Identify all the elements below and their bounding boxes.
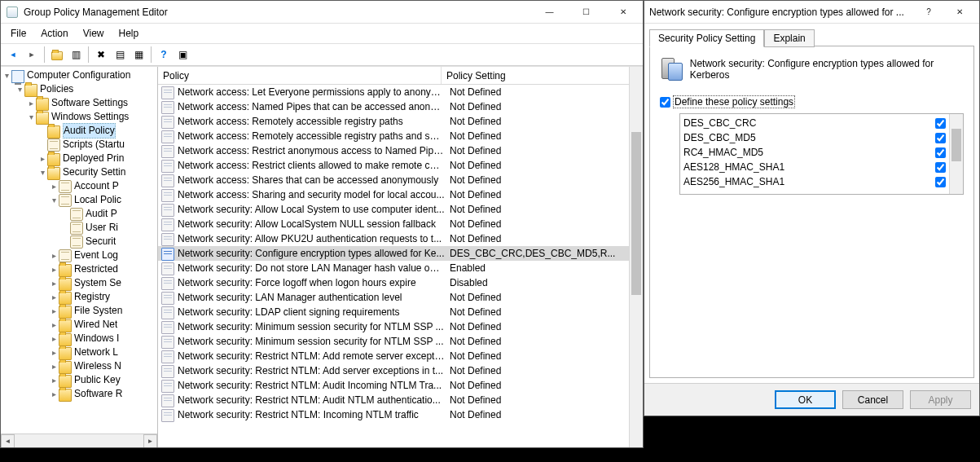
policy-row[interactable]: Network security: Configure encryption t… [158, 246, 643, 261]
menu-view[interactable]: View [77, 25, 111, 42]
menu-help[interactable]: Help [112, 25, 146, 42]
policy-dialog: Network security: Configure encryption t… [644, 0, 980, 416]
policy-name: Network security: Allow Local System to … [178, 204, 445, 215]
up-button[interactable] [48, 46, 66, 64]
help-button[interactable]: ? [155, 46, 173, 64]
tree-item[interactable]: ▸Deployed Prin [1, 152, 157, 165]
list-body: Network access: Let Everyone permissions… [158, 85, 643, 447]
dialog-close-button[interactable]: ✕ [941, 1, 978, 24]
policy-row[interactable]: Network security: Restrict NTLM: Audit N… [158, 393, 643, 407]
tree-item[interactable]: ▸Event Log [1, 249, 157, 262]
tab-security-policy-setting[interactable]: Security Policy Setting [649, 29, 764, 47]
properties-button[interactable]: ▤ [111, 46, 129, 64]
policy-icon [161, 174, 174, 187]
delete-button[interactable]: ✖ [92, 46, 110, 64]
policy-row[interactable]: Network security: Restrict NTLM: Audit I… [158, 378, 643, 393]
policy-row[interactable]: Network security: Minimum session securi… [158, 319, 643, 334]
tree-item[interactable]: ▸Wireless N [1, 359, 157, 373]
policy-row[interactable]: Network security: Allow PKU2U authentica… [158, 231, 643, 246]
scroll-icon [70, 222, 83, 235]
tree-item[interactable]: ▸System Se [1, 276, 157, 290]
forward-button[interactable] [23, 46, 41, 64]
close-button[interactable]: ✕ [604, 1, 641, 24]
tree-item[interactable]: ▸Registry [1, 290, 157, 304]
policy-row[interactable]: Network security: Do not store LAN Manag… [158, 261, 643, 275]
encryption-type-row[interactable]: DES_CBC_MD5 [683, 130, 946, 145]
define-policy-checkbox[interactable] [660, 97, 670, 108]
tree-root[interactable]: Computer Configuration [27, 68, 130, 82]
tab-explain[interactable]: Explain [764, 29, 814, 47]
apply-button[interactable]: Apply [910, 390, 971, 409]
dialog-help-button[interactable]: ? [916, 1, 941, 24]
encryption-type-row[interactable]: RC4_HMAC_MD5 [683, 145, 946, 160]
back-button[interactable] [4, 46, 22, 64]
tree-item[interactable]: ▸Public Key [1, 373, 157, 387]
refresh-button[interactable]: ▣ [174, 46, 191, 64]
policy-name: Network access: Named Pipes that can be … [178, 101, 445, 112]
maximize-button[interactable]: ☐ [568, 1, 604, 24]
encryption-type-row[interactable]: DES_CBC_CRC [683, 116, 946, 130]
enc-list-scrollbar[interactable] [949, 114, 963, 194]
cancel-button[interactable]: Cancel [842, 390, 903, 409]
folder-icon [59, 333, 72, 346]
encryption-type-checkbox[interactable] [935, 133, 946, 143]
tree-item[interactable]: Audit P [1, 207, 157, 221]
policy-row[interactable]: Network security: Restrict NTLM: Add ser… [158, 363, 643, 378]
tree-item[interactable]: ▸Restricted [1, 262, 157, 276]
tree-item[interactable]: Audit Policy [1, 124, 157, 138]
tree-item[interactable]: ▸Software R [1, 387, 157, 401]
ok-button[interactable]: OK [775, 390, 836, 409]
tree-item[interactable]: ▸Windows I [1, 332, 157, 345]
policy-setting: Not Defined [445, 145, 643, 156]
tree-item[interactable]: ▸Software Settings [1, 96, 157, 110]
tree-h-scrollbar[interactable]: ◄► [1, 433, 157, 447]
policy-row[interactable]: Network security: LAN Manager authentica… [158, 290, 643, 305]
tree-item[interactable]: User Ri [1, 221, 157, 235]
export-button[interactable]: ▦ [130, 46, 147, 64]
tree-item[interactable]: ▾Security Settin [1, 165, 157, 179]
policy-row[interactable]: Network security: Force logoff when logo… [158, 275, 643, 290]
policy-row[interactable]: Network access: Named Pipes that can be … [158, 99, 643, 114]
policy-icon [161, 86, 174, 99]
list-v-scrollbar[interactable] [629, 67, 643, 447]
tree-item[interactable]: ▸File Systen [1, 304, 157, 318]
policy-row[interactable]: Network access: Remotely accessible regi… [158, 129, 643, 143]
policy-row[interactable]: Network access: Let Everyone permissions… [158, 85, 643, 99]
policy-row[interactable]: Network access: Restrict anonymous acces… [158, 143, 643, 158]
policy-row[interactable]: Network security: Restrict NTLM: Add rem… [158, 349, 643, 363]
col-policy[interactable]: Policy [158, 67, 442, 84]
policy-row[interactable]: Network access: Sharing and security mod… [158, 187, 643, 202]
tree-item[interactable]: ▾Windows Settings [1, 110, 157, 124]
policy-row[interactable]: Network access: Shares that can be acces… [158, 173, 643, 187]
tree-item[interactable]: Securit [1, 235, 157, 249]
tree-item[interactable]: ▸Wired Net [1, 318, 157, 332]
policy-row[interactable]: Network security: Allow Local System to … [158, 202, 643, 217]
col-policy-setting[interactable]: Policy Setting [442, 67, 643, 84]
encryption-type-checkbox[interactable] [935, 118, 946, 129]
dialog-title: Network security: Configure encryption t… [649, 7, 916, 18]
policy-setting: Not Defined [445, 380, 643, 391]
tree-item[interactable]: ▸Account P [1, 179, 157, 193]
policy-row[interactable]: Network access: Restrict clients allowed… [158, 158, 643, 173]
policy-row[interactable]: Network security: Minimum session securi… [158, 334, 643, 349]
encryption-type-checkbox[interactable] [935, 147, 946, 158]
encryption-type-checkbox[interactable] [935, 162, 946, 173]
menu-action[interactable]: Action [34, 25, 74, 42]
minimize-button[interactable]: — [531, 1, 568, 24]
policy-name: Network access: Sharing and security mod… [178, 189, 445, 200]
policy-name: Network security: Restrict NTLM: Audit N… [178, 394, 445, 406]
tree-item[interactable]: Scripts (Startu [1, 138, 157, 152]
policy-icon [161, 380, 174, 393]
show-hide-tree-button[interactable]: ▥ [67, 46, 85, 64]
policy-row[interactable]: Network security: Allow LocalSystem NULL… [158, 217, 643, 231]
tree-item[interactable]: ▸Network L [1, 345, 157, 359]
encryption-type-row[interactable]: AES256_HMAC_SHA1 [683, 174, 946, 189]
encryption-type-row[interactable]: AES128_HMAC_SHA1 [683, 160, 946, 174]
policy-row[interactable]: Network access: Remotely accessible regi… [158, 114, 643, 129]
tree-item[interactable]: ▾Local Polic [1, 193, 157, 207]
policy-row[interactable]: Network security: LDAP client signing re… [158, 305, 643, 319]
encryption-type-checkbox[interactable] [935, 177, 946, 187]
policy-row[interactable]: Network security: Restrict NTLM: Incomin… [158, 407, 643, 422]
menu-file[interactable]: File [4, 25, 33, 42]
tree-item[interactable]: ▾Policies [1, 82, 157, 96]
